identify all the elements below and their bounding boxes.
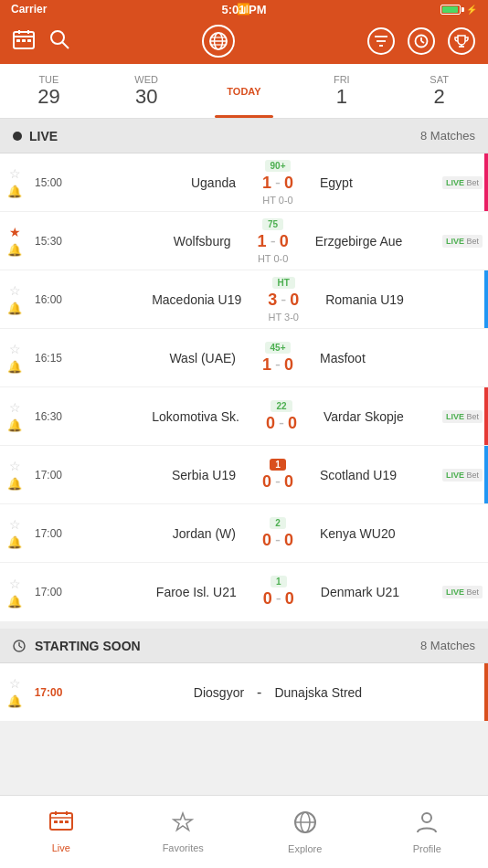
- nav-item-explore[interactable]: Explore: [244, 796, 366, 868]
- history-icon[interactable]: [408, 27, 435, 55]
- minute-badge-2: 75: [262, 218, 283, 230]
- main-content: LIVE 8 Matches ☆ 🔔 15:00 Uganda 90+ 1: [0, 119, 488, 795]
- right-bar-1: [484, 153, 488, 211]
- table-row: ☆ 🔔 16:15 Wasl (UAE) 45+ 1 - 0: [0, 329, 488, 387]
- team-home-2: Wolfsburg: [154, 234, 231, 249]
- tab-sat[interactable]: SAT 2: [390, 64, 488, 118]
- star-icon-4[interactable]: ☆: [9, 342, 21, 356]
- star-icon-8[interactable]: ☆: [9, 577, 21, 591]
- star-icon-6[interactable]: ☆: [9, 459, 21, 473]
- trophy-icon[interactable]: [448, 27, 475, 55]
- score-block-1: 90+ 1 - 0 HT 0-0: [241, 160, 314, 206]
- nav-label-explore: Explore: [288, 843, 322, 854]
- match-main-1: Uganda 90+ 1 - 0 HT 0-0 Egypt: [68, 160, 488, 206]
- nav-item-favorites[interactable]: Favorites: [122, 796, 245, 868]
- svg-rect-5: [22, 39, 26, 42]
- ss-dash-1: -: [257, 684, 261, 701]
- nav-item-live[interactable]: Live: [0, 796, 122, 868]
- bell-icon-1[interactable]: 🔔: [7, 185, 22, 198]
- match-main-7: Jordan (W) 2 0 - 0 Kenya WU20: [68, 517, 488, 550]
- header-left: [13, 29, 69, 54]
- match-main-4: Wasl (UAE) 45+ 1 - 0 Masfoot: [68, 342, 488, 375]
- score-home-6: 0: [262, 472, 271, 492]
- score-away-4: 0: [284, 355, 293, 375]
- score-4: 1 - 0: [262, 355, 293, 375]
- team-home-3: Macedonia U19: [152, 292, 241, 307]
- bell-icon-4[interactable]: 🔔: [7, 360, 22, 374]
- match-content-2: Wolfsburg 75 1 - 0 HT 0-0 Erzgebirge Aue: [68, 213, 488, 270]
- search-icon[interactable]: [49, 29, 69, 54]
- bell-icon-3[interactable]: 🔔: [7, 302, 22, 315]
- team-away-5: Vardar Skopje: [324, 409, 404, 424]
- left-icons-3: ☆ 🔔: [0, 280, 29, 319]
- star-icon-2[interactable]: ★: [9, 225, 21, 239]
- live-bet-badge-5[interactable]: LIVE Bet: [442, 410, 483, 423]
- status-bar: Carrier 📶 5:01 PM ⚡: [0, 0, 488, 18]
- score-away-8: 0: [285, 589, 294, 609]
- minute-badge-4: 45+: [265, 342, 292, 354]
- live-section-header: LIVE 8 Matches: [0, 119, 488, 153]
- globe-icon[interactable]: [202, 25, 235, 58]
- carrier-label: Carrier: [11, 3, 47, 16]
- bell-icon-7[interactable]: 🔔: [7, 535, 22, 549]
- match-main-6: Serbia U19 1 0 - 0 Scotland U19: [68, 459, 488, 492]
- svg-point-7: [51, 31, 64, 44]
- match-content-4: Wasl (UAE) 45+ 1 - 0 Masfoot: [68, 336, 488, 380]
- live-section-count: 8 Matches: [420, 129, 475, 143]
- live-bet-badge-6[interactable]: LIVE Bet: [442, 469, 483, 482]
- starting-soon-title: STARTING SOON: [13, 639, 141, 653]
- score-home-7: 0: [262, 531, 271, 550]
- star-icon-1[interactable]: ☆: [9, 166, 21, 181]
- score-block-3: HT 3 - 0 HT 3-0: [247, 277, 320, 323]
- team-home-4: Wasl (UAE): [158, 351, 236, 365]
- left-icons-2: ★ 🔔: [0, 221, 29, 260]
- tab-wed[interactable]: WED 30: [98, 64, 196, 118]
- tab-tue[interactable]: TUE 29: [0, 64, 98, 118]
- minute-badge-8: 1: [271, 576, 287, 587]
- tab-fri[interactable]: FRI 1: [292, 64, 390, 118]
- star-icon-5[interactable]: ☆: [9, 400, 21, 415]
- bottom-nav: Live Favorites Explore Profile: [0, 795, 488, 868]
- score-home-5: 0: [266, 414, 275, 433]
- star-icon-3[interactable]: ☆: [9, 283, 21, 298]
- ht-score-1: HT 0-0: [262, 195, 292, 206]
- svg-rect-6: [27, 39, 31, 42]
- tab-today[interactable]: TODAY: [196, 64, 293, 118]
- svg-point-35: [422, 813, 431, 822]
- table-row: ☆ 🔔 17:00 Serbia U19 1 0 - 0: [0, 446, 488, 504]
- minute-badge-5: 22: [271, 400, 292, 412]
- left-icons-1: ☆ 🔔: [0, 163, 29, 202]
- svg-line-24: [19, 646, 22, 648]
- right-bar-ss1: [484, 663, 488, 721]
- bell-icon-8[interactable]: 🔔: [7, 595, 22, 609]
- live-bet-badge-1[interactable]: LIVE Bet: [442, 176, 483, 189]
- bell-icon-5[interactable]: 🔔: [7, 418, 22, 432]
- live-section-title: LIVE: [13, 129, 58, 143]
- calendar-icon[interactable]: [13, 29, 35, 54]
- match-time-2: 15:30: [29, 235, 68, 248]
- left-icons-ss1: ☆ 🔔: [0, 672, 29, 712]
- star-icon-7[interactable]: ☆: [9, 517, 21, 532]
- table-row: ☆ 🔔 17:00 Faroe Isl. U21 1 0 - 0: [0, 563, 488, 621]
- live-bet-badge-8[interactable]: LIVE Bet: [442, 586, 483, 598]
- bell-icon-ss1[interactable]: 🔔: [7, 694, 22, 708]
- nav-label-profile: Profile: [413, 843, 441, 854]
- bell-icon-6[interactable]: 🔔: [7, 477, 22, 491]
- score-home-4: 1: [262, 355, 271, 375]
- filter-icon[interactable]: [367, 27, 395, 55]
- left-icons-4: ☆ 🔔: [0, 338, 29, 377]
- minute-badge-1: 90+: [265, 160, 292, 172]
- team-home-7: Jordan (W): [158, 526, 236, 541]
- table-row: ☆ 🔔 15:00 Uganda 90+ 1 - 0 HT 0-0: [0, 153, 488, 212]
- live-nav-icon: [49, 811, 73, 839]
- live-bet-badge-2[interactable]: LIVE Bet: [442, 235, 483, 248]
- team-away-1: Egypt: [320, 175, 398, 190]
- bell-icon-2[interactable]: 🔔: [7, 243, 22, 257]
- star-icon-ss1[interactable]: ☆: [9, 676, 21, 691]
- score-6: 0 - 0: [262, 472, 293, 492]
- match-content-6: Serbia U19 1 0 - 0 Scotland U19: [68, 453, 488, 497]
- nav-item-profile[interactable]: Profile: [366, 796, 489, 868]
- left-icons-5: ☆ 🔔: [0, 397, 29, 436]
- match-time-7: 17:00: [29, 527, 68, 540]
- ss-content-1: Diosgyor - Dunajska Stred: [68, 684, 488, 701]
